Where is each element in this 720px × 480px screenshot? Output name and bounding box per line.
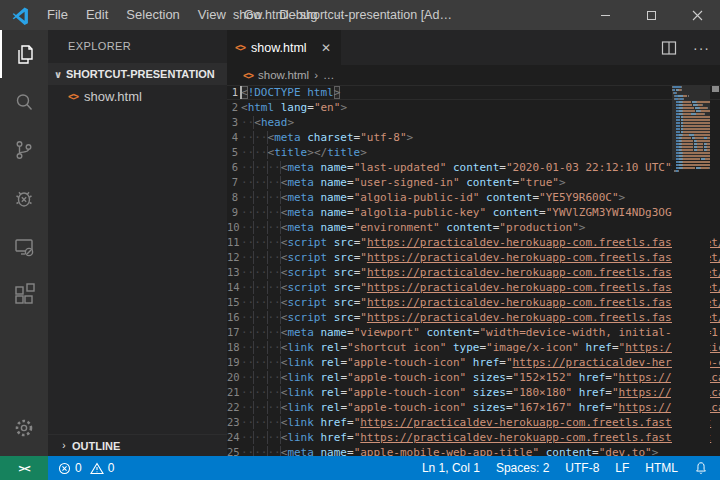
minimap-line [672,140,710,142]
tab-label: show.html [251,41,307,55]
code-line-10[interactable]: ······<meta name="environment" content="… [227,220,720,235]
error-icon [58,462,71,475]
minimap-line [672,161,710,163]
code-line-6[interactable]: ······<meta name="last-updated" content=… [227,160,720,175]
minimap-line [672,137,710,139]
overview-cursor-marker [712,86,719,92]
minimap-line [672,170,710,172]
breadcrumb: <> show.html › … [227,65,720,85]
activitybar-explorer[interactable] [0,30,48,78]
notifications-bell-icon[interactable] [694,461,708,475]
eol-indicator[interactable]: LF [615,461,629,475]
tab-show-html[interactable]: <> show.html ✕ [227,30,341,65]
file-item-label: show.html [84,89,142,104]
code-line-21[interactable]: ······<link rel="apple-touch-icon" sizes… [227,385,720,400]
code-line-12[interactable]: ······<script src="https://practicaldev-… [227,250,720,265]
code-line-23[interactable]: ······<link href="https://practicaldev-h… [227,415,720,430]
code-content[interactable]: <!DOCTYPE html><html lang="en">··<head>·… [227,85,720,456]
minimap-line [672,149,710,151]
folder-section-header[interactable]: ∨ SHORTCUT-PRESENTATION [48,63,227,85]
code-line-1[interactable]: <!DOCTYPE html> [227,85,720,100]
close-icon [692,10,703,21]
text-cursor [240,86,242,99]
folder-name: SHORTCUT-PRESENTATION [66,68,215,80]
overview-ruler[interactable] [710,85,720,456]
remote-explorer-icon [12,234,36,258]
code-line-14[interactable]: ······<script src="https://practicaldev-… [227,280,720,295]
activitybar-remote-explorer[interactable] [0,222,48,270]
html-file-icon: <> [243,70,253,81]
code-line-15[interactable]: ······<script src="https://practicaldev-… [227,295,720,310]
split-editor-icon[interactable] [661,40,677,56]
source-control-icon [12,138,36,162]
status-bar: >< 0 0 Ln 1, Col 1 Spaces: 2 UTF-8 LF HT… [0,456,720,480]
activitybar-settings[interactable] [0,404,48,452]
maximize-button[interactable] [628,0,674,30]
breadcrumb-separator-icon: › [314,69,318,81]
code-line-13[interactable]: ······<script src="https://practicaldev-… [227,265,720,280]
minimize-button[interactable] [582,0,628,30]
editor-more-actions-icon[interactable]: ··· [693,40,710,56]
debug-icon [12,186,36,210]
chevron-down-icon: ∨ [50,69,66,80]
minimap-line [672,131,710,133]
code-line-5[interactable]: ····<title></title> [227,145,720,160]
activity-bar [0,30,48,456]
code-line-25[interactable]: ······<meta name="apple-mobile-web-app-t… [227,445,720,456]
minimap-line [672,92,710,94]
code-editor[interactable]: 1234567891011121314151617181920212223242… [227,85,720,456]
activitybar-source-control[interactable] [0,126,48,174]
encoding-indicator[interactable]: UTF-8 [565,461,599,475]
menu-item-view[interactable]: View [189,0,235,30]
close-button[interactable] [674,0,720,30]
outline-section-header[interactable]: › OUTLINE [48,434,227,456]
tab-close-icon[interactable]: ✕ [319,41,333,55]
code-line-8[interactable]: ······<meta name="algolia-public-id" con… [227,190,720,205]
minimap-line [672,104,710,106]
code-line-7[interactable]: ······<meta name="user-signed-in" conten… [227,175,720,190]
minimap-line [672,146,710,148]
minimap-line [672,143,710,145]
file-item-show-html[interactable]: <> show.html [48,85,227,107]
title-bar: File Edit Selection View Go Debug ··· sh… [0,0,720,30]
minimap-line [672,125,710,127]
code-line-4[interactable]: ····<meta charset="utf-8"> [227,130,720,145]
code-line-2[interactable]: <html lang="en"> [227,100,720,115]
code-line-20[interactable]: ······<link rel="apple-touch-icon" sizes… [227,370,720,385]
minimap-line [672,134,710,136]
breadcrumb-more[interactable]: … [323,69,335,81]
code-line-11[interactable]: ······<script src="https://practicaldev-… [227,235,720,250]
menu-item-file[interactable]: File [38,0,77,30]
activitybar-search[interactable] [0,78,48,126]
tab-bar: <> show.html ✕ ··· [227,30,720,65]
chevron-right-icon: › [56,440,72,451]
menu-item-selection[interactable]: Selection [117,0,188,30]
explorer-sidebar: EXPLORER ∨ SHORTCUT-PRESENTATION <> show… [48,30,227,456]
code-line-19[interactable]: ······<link rel="apple-touch-icon" href=… [227,355,720,370]
problems-indicator[interactable]: 0 0 [58,461,114,475]
code-line-17[interactable]: ······<meta name="viewport" content="wid… [227,325,720,340]
indentation-indicator[interactable]: Spaces: 2 [496,461,549,475]
activitybar-extensions[interactable] [0,270,48,318]
minimap[interactable] [672,85,710,456]
code-line-22[interactable]: ······<link rel="apple-touch-icon" sizes… [227,400,720,415]
extensions-icon [12,282,36,306]
minimap-line [672,107,710,109]
code-line-18[interactable]: ······<link rel="shortcut icon" type="im… [227,340,720,355]
outline-label: OUTLINE [72,440,120,452]
code-line-16[interactable]: ······<script src="https://practicaldev-… [227,310,720,325]
code-line-24[interactable]: ······<link href="https://practicaldev-h… [227,430,720,445]
code-line-9[interactable]: ······<meta name="algolia-public-key" co… [227,205,720,220]
minimap-line [672,164,710,166]
files-icon [13,42,37,66]
search-icon [12,90,36,114]
remote-indicator[interactable]: >< [0,456,48,480]
code-line-3[interactable]: ··<head> [227,115,720,130]
breadcrumb-file[interactable]: show.html [258,69,309,81]
menu-item-edit[interactable]: Edit [77,0,117,30]
minimap-line [672,110,710,112]
language-mode-indicator[interactable]: HTML [645,461,678,475]
cursor-position-indicator[interactable]: Ln 1, Col 1 [422,461,480,475]
minimap-line [672,89,710,91]
activitybar-debug[interactable] [0,174,48,222]
